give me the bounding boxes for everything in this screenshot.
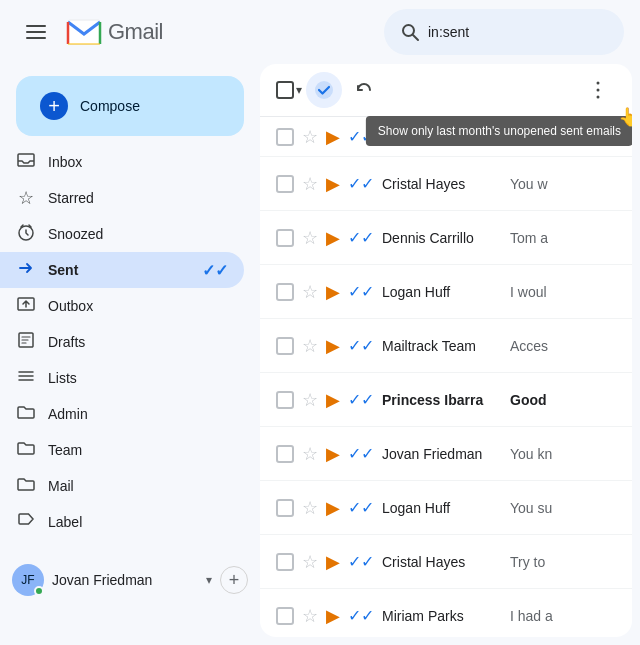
table-row[interactable]: ☆ ▶ ✓✓ Dennis Carrillo Tom a [260, 211, 632, 265]
more-options-button[interactable] [580, 72, 616, 108]
svg-rect-1 [26, 31, 46, 33]
mail-folder-icon [16, 475, 36, 498]
star-icon[interactable]: ☆ [302, 551, 318, 573]
table-row[interactable]: ☆ ▶ ✓✓ Logan Huff You su [260, 481, 632, 535]
table-row[interactable]: ☆ ▶ ✓✓ Miriam Parks I had a [260, 589, 632, 637]
search-query: in:sent [428, 24, 469, 40]
star-icon[interactable]: ☆ [302, 335, 318, 357]
sidebar-item-starred[interactable]: ☆ Starred [0, 180, 244, 216]
sidebar-footer: JF Jovan Friedman ▾ + [0, 556, 260, 604]
row-checkbox[interactable] [276, 391, 294, 409]
row-checkbox[interactable] [276, 229, 294, 247]
add-account-button[interactable]: + [220, 566, 248, 594]
sidebar: + Compose Inbox ☆ Starred Snoozed Sent ✓… [0, 64, 260, 645]
email-snippet: It was [510, 129, 616, 145]
sender-name: Logan Huff [382, 284, 502, 300]
forward-arrow-icon: ▶ [326, 173, 340, 195]
sidebar-item-outbox[interactable]: Outbox [0, 288, 244, 324]
row-checkbox[interactable] [276, 283, 294, 301]
row-checkbox[interactable] [276, 553, 294, 571]
select-all-checkbox[interactable] [276, 81, 294, 99]
filter-button[interactable] [306, 72, 342, 108]
email-snippet: Good [510, 392, 616, 408]
sidebar-snoozed-label: Snoozed [48, 226, 228, 242]
email-snippet: Tom a [510, 230, 616, 246]
sidebar-sent-label: Sent [48, 262, 190, 278]
forward-arrow-icon: ▶ [326, 126, 340, 148]
sidebar-inbox-label: Inbox [48, 154, 228, 170]
email-snippet: I woul [510, 284, 616, 300]
table-row[interactable]: ☆ ▶ ✓✓ …on It was [260, 117, 632, 157]
table-row[interactable]: ☆ ▶ ✓✓ Jovan Friedman You kn [260, 427, 632, 481]
row-checkbox[interactable] [276, 607, 294, 625]
sidebar-item-label[interactable]: Label [0, 504, 244, 540]
sidebar-item-drafts[interactable]: Drafts [0, 324, 244, 360]
compose-button[interactable]: + Compose [16, 76, 244, 136]
sender-name: Logan Huff [382, 500, 502, 516]
sidebar-starred-label: Starred [48, 190, 228, 206]
row-checkbox[interactable] [276, 337, 294, 355]
table-row[interactable]: ☆ ▶ ✓✓ Cristal Hayes You w [260, 157, 632, 211]
sender-name: Cristal Hayes [382, 176, 502, 192]
sidebar-item-team[interactable]: Team [0, 432, 244, 468]
row-checkbox[interactable] [276, 128, 294, 146]
star-icon[interactable]: ☆ [302, 497, 318, 519]
forward-arrow-icon: ▶ [326, 605, 340, 627]
star-icon[interactable]: ☆ [302, 173, 318, 195]
star-icon[interactable]: ☆ [302, 227, 318, 249]
select-dropdown-icon[interactable]: ▾ [296, 83, 302, 97]
sidebar-item-admin[interactable]: Admin [0, 396, 244, 432]
sent-icon [16, 259, 36, 282]
svg-point-11 [597, 82, 600, 85]
sender-name: …on [382, 129, 502, 145]
star-icon[interactable]: ☆ [302, 281, 318, 303]
clock-icon [16, 223, 36, 246]
sidebar-item-inbox[interactable]: Inbox [0, 144, 244, 180]
main-layout: + Compose Inbox ☆ Starred Snoozed Sent ✓… [0, 64, 640, 645]
read-check-icon: ✓✓ [348, 444, 374, 463]
sidebar-item-snoozed[interactable]: Snoozed [0, 216, 244, 252]
search-bar[interactable]: in:sent [384, 9, 624, 55]
sidebar-item-mail[interactable]: Mail [0, 468, 244, 504]
email-snippet: You kn [510, 446, 616, 462]
table-row[interactable]: ☆ ▶ ✓✓ Princess Ibarra Good [260, 373, 632, 427]
table-row[interactable]: ☆ ▶ ✓✓ Logan Huff I woul [260, 265, 632, 319]
svg-point-13 [597, 96, 600, 99]
star-icon[interactable]: ☆ [302, 605, 318, 627]
row-checkbox[interactable] [276, 445, 294, 463]
sidebar-item-sent[interactable]: Sent ✓✓ [0, 252, 244, 288]
row-checkbox[interactable] [276, 175, 294, 193]
sidebar-outbox-label: Outbox [48, 298, 228, 314]
svg-rect-6 [18, 154, 34, 166]
table-row[interactable]: ☆ ▶ ✓✓ Mailtrack Team Acces [260, 319, 632, 373]
refresh-button[interactable] [346, 72, 382, 108]
star-icon[interactable]: ☆ [302, 389, 318, 411]
forward-arrow-icon: ▶ [326, 389, 340, 411]
select-all-button[interactable]: ▾ [276, 81, 302, 99]
forward-arrow-icon: ▶ [326, 227, 340, 249]
menu-button[interactable] [16, 12, 56, 52]
table-row[interactable]: ☆ ▶ ✓✓ Cristal Hayes Try to [260, 535, 632, 589]
sender-name: Miriam Parks [382, 608, 502, 624]
admin-folder-icon [16, 403, 36, 426]
sender-name: Dennis Carrillo [382, 230, 502, 246]
inbox-icon [16, 151, 36, 174]
svg-point-12 [597, 89, 600, 92]
gmail-logo: Gmail [64, 12, 163, 52]
row-checkbox[interactable] [276, 499, 294, 517]
read-check-icon: ✓✓ [348, 127, 374, 146]
footer-chevron-icon: ▾ [206, 573, 212, 587]
star-icon[interactable]: ☆ [302, 126, 318, 148]
sender-name: Jovan Friedman [382, 446, 502, 462]
sidebar-admin-label: Admin [48, 406, 228, 422]
star-icon[interactable]: ☆ [302, 443, 318, 465]
read-check-icon: ✓✓ [348, 174, 374, 193]
read-check-icon: ✓✓ [348, 606, 374, 625]
forward-arrow-icon: ▶ [326, 281, 340, 303]
check-filter-icon [314, 80, 334, 100]
forward-arrow-icon: ▶ [326, 335, 340, 357]
sidebar-mail-label: Mail [48, 478, 228, 494]
outbox-icon [16, 295, 36, 318]
sidebar-item-lists[interactable]: Lists [0, 360, 244, 396]
sender-name: Mailtrack Team [382, 338, 502, 354]
